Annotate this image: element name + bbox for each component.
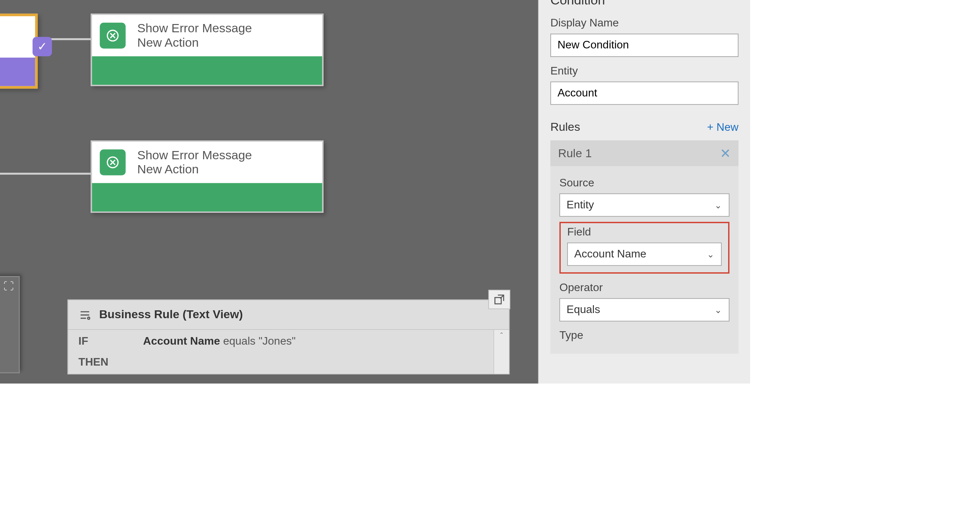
rules-heading: Rules	[550, 121, 580, 134]
connector	[0, 173, 91, 175]
chevron-down-icon: ⌄	[714, 305, 722, 315]
connector	[46, 38, 91, 40]
error-action-icon	[100, 23, 126, 48]
minimap[interactable]: ⛶	[0, 276, 19, 373]
operator-value: Equals	[566, 303, 600, 316]
action-node[interactable]: Show Error Message New Action	[91, 140, 323, 213]
text-view-title: Business Rule (Text View)	[99, 308, 243, 322]
operator-select[interactable]: Equals ⌄	[559, 298, 729, 322]
expand-icon[interactable]: ⛶	[3, 281, 14, 292]
svg-point-34	[88, 317, 89, 319]
source-select[interactable]: Entity ⌄	[559, 193, 729, 217]
if-keyword: IF	[79, 335, 88, 348]
entity-input[interactable]	[550, 82, 738, 105]
error-action-icon	[100, 149, 126, 175]
then-keyword: THEN	[79, 356, 108, 369]
source-value: Entity	[566, 199, 594, 212]
operator-label: Operator	[559, 281, 729, 295]
popout-button[interactable]	[488, 290, 510, 309]
chevron-down-icon: ⌄	[714, 200, 722, 210]
new-rule-button[interactable]: + New	[707, 121, 738, 134]
display-name-label: Display Name	[550, 17, 738, 30]
action-node[interactable]: Show Error Message New Action	[91, 14, 323, 86]
rule-header[interactable]: Rule 1 ✕	[550, 140, 738, 166]
section-title: Condition	[550, 0, 738, 8]
field-value: Account Name	[574, 248, 646, 261]
designer-canvas[interactable]: Condition New Condition ✓ ✕	[0, 0, 538, 383]
list-settings-icon	[79, 308, 92, 321]
field-label: Field	[567, 226, 722, 239]
field-highlight: Field Account Name ⌄	[559, 222, 729, 274]
source-label: Source	[559, 177, 729, 190]
node-title: Show Error Message	[137, 21, 252, 35]
condition-text: Account Name equals "Jones"	[143, 335, 296, 348]
svg-line-36	[500, 295, 504, 299]
text-view-panel: Business Rule (Text View) IF Account Nam…	[68, 299, 510, 375]
properties-pane: Components Properties Condition Display …	[538, 0, 750, 383]
rule-title: Rule 1	[558, 147, 592, 160]
entity-label: Entity	[550, 65, 738, 78]
node-subtitle: New Action	[137, 36, 252, 50]
field-select[interactable]: Account Name ⌄	[567, 243, 722, 266]
scrollbar[interactable]: ˆ	[493, 330, 509, 374]
true-branch-icon[interactable]: ✓	[33, 37, 52, 57]
node-subtitle: New Action	[137, 163, 252, 177]
node-title: Show Error Message	[137, 148, 252, 163]
display-name-input[interactable]	[550, 33, 738, 57]
chevron-down-icon: ⌄	[707, 249, 715, 259]
close-icon[interactable]: ✕	[720, 145, 731, 161]
condition-node[interactable]: Condition New Condition ✓	[0, 14, 38, 89]
type-label: Type	[559, 329, 729, 342]
